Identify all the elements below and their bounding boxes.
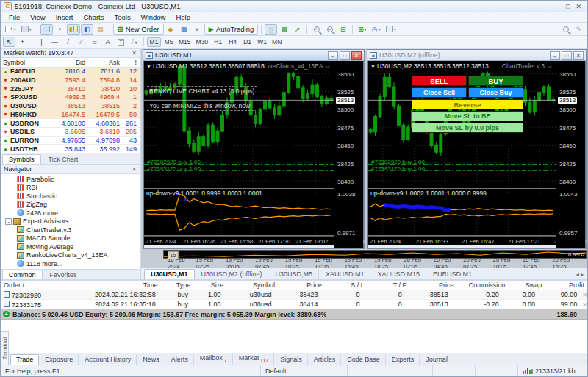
trendline-button[interactable]: / xyxy=(62,37,74,47)
indicator-pane[interactable]: ✕✕ up-down-v9 1.0001 0.9999 1.0003 1.000… xyxy=(144,189,334,236)
chart-window-titlebar[interactable]: ■ U30USD,M2 (offline) – □ ✕ xyxy=(368,50,586,61)
menu-item-tools[interactable]: Tools xyxy=(109,12,135,22)
market-watch-tab-tick-chart[interactable]: Tick Chart xyxy=(42,154,85,164)
menu-item-insert[interactable]: Insert xyxy=(51,12,79,22)
timeframe-H1[interactable]: H1 xyxy=(211,37,225,47)
terminal-tab-exposure[interactable]: Exposure xyxy=(39,354,79,365)
autotrading-button[interactable]: ▶AutoTrading xyxy=(204,24,259,35)
menu-item-view[interactable]: View xyxy=(25,12,50,22)
timeframe-M5[interactable]: M5 xyxy=(162,37,176,47)
chart-minimize-icon[interactable]: – xyxy=(328,51,338,60)
navigator-item-renkolivecharts-v4-13ea[interactable]: RenkoLiveCharts_v4_13EA xyxy=(1,251,140,260)
chart-minimize-icon[interactable]: – xyxy=(550,51,560,60)
close-sell-button[interactable]: Close Sell xyxy=(412,87,467,98)
chart-tab-xauusd-m15[interactable]: XAUUSD,M15 xyxy=(370,269,426,279)
maximize-icon[interactable]: □ xyxy=(566,3,570,10)
navigator-item-1118-more-[interactable]: 1118 more... xyxy=(1,259,140,268)
navigator-item-moving-average[interactable]: Moving Average xyxy=(1,243,140,251)
timeframe-M15[interactable]: M15 xyxy=(176,37,193,47)
market-watch-row-U30USD[interactable]: ▼U30USD 38513385152 xyxy=(1,102,140,111)
market-watch-header[interactable]: Market Watch: 19:03:47 ✕ xyxy=(1,49,140,58)
close-buy-button[interactable]: Close Buy xyxy=(468,87,523,98)
new-chart-button[interactable]: +▾ xyxy=(3,24,18,35)
market-watch-row-225JPY[interactable]: ▼225JPY 384103842010 xyxy=(1,85,140,93)
market-watch-tab-symbols[interactable]: Symbols xyxy=(2,154,41,164)
new-order-button[interactable]: ⊞New Order xyxy=(113,24,164,35)
order-row-72382920[interactable]: 723829202024.02.21 16:32:58buy1.00u30usd… xyxy=(1,290,587,300)
chart-window-0[interactable]: ■ U30USD,M1 – □ ✕ ▼U30USD,M1 38512 38515… xyxy=(143,49,365,249)
chart-tab-xauusd-m1[interactable]: XAUUSD,M1 xyxy=(319,269,371,279)
status-profile[interactable]: Default xyxy=(260,365,347,376)
price-axis[interactable]: 38550385253850038475384503842538400 3851… xyxy=(556,61,585,248)
terminal-tab-experts[interactable]: Experts xyxy=(386,354,420,365)
crosshair-button[interactable]: + xyxy=(16,37,29,47)
buy-button[interactable]: BUY xyxy=(468,76,523,86)
timeframe-D1[interactable]: D1 xyxy=(240,37,254,47)
sell-button[interactable]: SELL xyxy=(412,76,467,86)
order-row-72383175[interactable]: 723831752024.02.21 16:35:18buy1.00u30usd… xyxy=(1,300,587,309)
menu-item-help[interactable]: Help xyxy=(171,12,196,22)
move-sl-pips-button[interactable]: Move SL by 0.0 pips xyxy=(412,123,523,133)
market-watch-row-200AUD[interactable]: ▼200AUD 7593.47594.814 xyxy=(1,76,140,85)
close-order-icon[interactable]: ✕ xyxy=(580,301,587,308)
close-order-icon[interactable]: ✕ xyxy=(580,292,587,298)
price-chart-pane[interactable]: ▼U30USD,M2 38513 38515 38512 38513 Chart… xyxy=(368,61,556,189)
navigator-close-icon[interactable]: ✕ xyxy=(132,166,137,173)
timeframe-M1[interactable]: M1 xyxy=(147,37,161,47)
price-chart-pane[interactable]: ▼U30USD,M1 38512 38515 38507 38513 Renko… xyxy=(144,61,334,189)
timeframe-M30[interactable]: M30 xyxy=(194,37,211,47)
navigator-item-stochastic[interactable]: Stochastic xyxy=(1,192,140,201)
zoom-in-button[interactable]: + xyxy=(310,24,323,35)
chart-tab-u30usd-m1[interactable]: U30USD,M1 xyxy=(144,269,195,279)
navigator-item-rsi[interactable]: RSI xyxy=(1,184,140,193)
horizontal-line-button[interactable]: — xyxy=(49,37,61,47)
menu-item-charts[interactable]: Charts xyxy=(79,12,110,22)
search-icon[interactable] xyxy=(559,24,572,35)
price-axis[interactable]: 38550385253850038475384503842538400 3851… xyxy=(334,61,363,248)
channel-button[interactable]: ∕∕ xyxy=(75,37,87,47)
indicators-button[interactable]: ⊞▾ xyxy=(356,24,369,35)
chart-tab-u30usd-m2-offline-[interactable]: U30USD,M2 (offline) xyxy=(195,269,269,279)
market-watch-row-H50HKD[interactable]: ▼H50HKD 16474.516479.550 xyxy=(1,111,140,120)
close-icon[interactable]: ✕ xyxy=(576,3,581,10)
arrows-button[interactable]: ⤴▾ xyxy=(128,37,140,47)
terminal-tab-news[interactable]: News xyxy=(137,354,165,365)
market-watch-row-USDRON[interactable]: ▲USDRON 4.601004.60361261 xyxy=(1,119,140,128)
minimized-window-fragment[interactable]: 15 xyxy=(168,251,179,259)
zoom-out-button[interactable]: – xyxy=(323,24,336,35)
terminal-tab-trade[interactable]: Trade xyxy=(10,354,39,365)
terminal-tab-account-history[interactable]: Account History xyxy=(79,354,137,365)
navigator-item-expert-advisors[interactable]: -Expert Advisors xyxy=(1,218,140,226)
chart-tab-eurusd-m1[interactable]: EURUSD,M1 xyxy=(426,269,478,279)
reverse-button[interactable]: Reverse xyxy=(412,99,523,109)
menu-item-file[interactable]: File xyxy=(4,12,25,22)
candlestick-button[interactable]: ▩ xyxy=(278,24,290,35)
navigator-item-parabolic[interactable]: Parabolic xyxy=(1,175,140,184)
navigator-item-macd-sample[interactable]: MACD Sample xyxy=(1,234,140,243)
terminal-tab-mailbox[interactable]: Mailbox 7 xyxy=(194,353,233,365)
navigator-tab-common[interactable]: Common xyxy=(2,270,43,279)
tile-windows-button[interactable]: ⊟ xyxy=(337,24,349,35)
bar-chart-button[interactable]: ░ xyxy=(265,24,277,35)
market-watch-row-F40EUR[interactable]: ▲F40EUR 7810.47811.612 xyxy=(1,68,140,76)
cursor-button[interactable]: ↖ xyxy=(3,37,15,47)
market-watch-row-USDTHB[interactable]: ▲USDTHB 35.84335.992149 xyxy=(1,145,140,154)
periods-button[interactable]: ◷▾ xyxy=(370,24,383,35)
chart-close-icon[interactable]: ✕ xyxy=(351,51,362,60)
market-watch-row-EURRON[interactable]: ▲EURRON 4.976554.9769843 xyxy=(1,137,140,146)
text-label-button[interactable]: T xyxy=(115,37,127,47)
terminal-tab-articles[interactable]: Articles xyxy=(308,354,342,365)
chart-autoscroll-button[interactable]: ✦ xyxy=(54,24,66,35)
chat-icon[interactable]: ✎ xyxy=(573,24,585,35)
timeframe-MN[interactable]: MN xyxy=(270,37,284,47)
line-chart-button[interactable]: ↗ xyxy=(291,24,304,35)
navigator-item-2426-more-[interactable]: 2426 more... xyxy=(1,209,140,218)
fibonacci-button[interactable]: ≣ xyxy=(88,37,101,47)
market-watch-row-SPXUSD[interactable]: ▼SPXUSD 4969.34969.41 xyxy=(1,93,140,102)
terminal-tab-code-base[interactable]: Code Base xyxy=(341,354,386,365)
move-sl-be-button[interactable]: Move SL to BE xyxy=(412,111,523,121)
terminal-tab-alerts[interactable]: Alerts xyxy=(165,354,194,365)
menu-item-window[interactable]: Window xyxy=(136,12,171,22)
chart-window-titlebar[interactable]: ■ U30USD,M1 – □ ✕ xyxy=(143,50,364,61)
chart-restore-icon[interactable]: □ xyxy=(562,51,572,60)
